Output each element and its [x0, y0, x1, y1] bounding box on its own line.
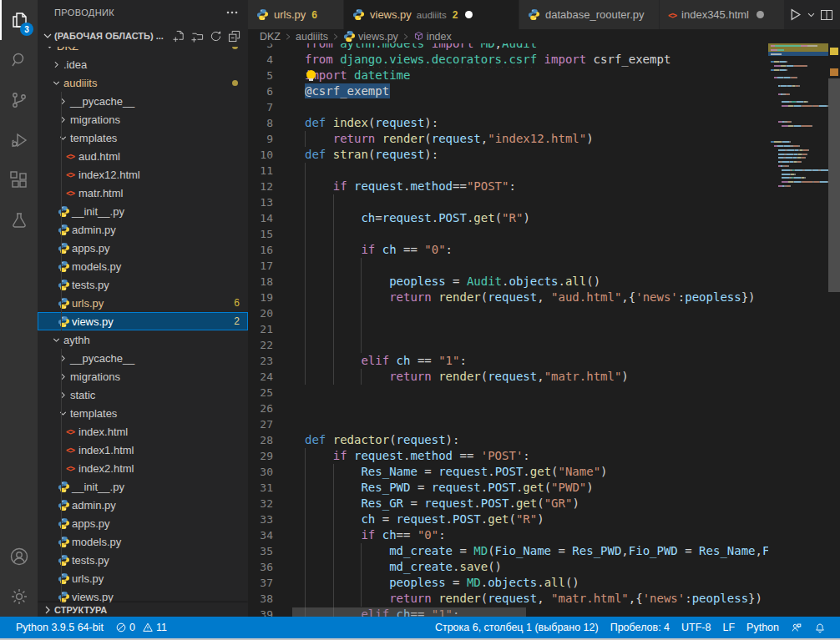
code-line-text: def index(request):	[305, 115, 768, 131]
new-file-icon[interactable]	[170, 27, 188, 45]
tree-item-models.py[interactable]: models.py	[38, 532, 248, 551]
bell-icon[interactable]	[808, 617, 832, 638]
tree-item-matr.html[interactable]: <>matr.html	[38, 184, 248, 202]
tab-description: audiiits	[417, 10, 447, 20]
scrollbar-thumb[interactable]	[828, 78, 840, 292]
tree-item-urls.py[interactable]: urls.py6	[38, 294, 248, 312]
tree-item-audiiits[interactable]: audiiits	[38, 73, 248, 92]
python-interpreter[interactable]: Python 3.9.5 64-bit	[10, 617, 109, 638]
tree-item-__init__.py[interactable]: __init__.py	[38, 202, 248, 220]
tree-item-migrations[interactable]: migrations	[38, 110, 248, 129]
python-file-icon	[56, 480, 71, 493]
tree-item-index1.html[interactable]: <>index1.html	[38, 441, 248, 459]
dirty-indicator-icon[interactable]	[465, 11, 473, 18]
tree-item-migrations[interactable]: migrations	[38, 367, 248, 386]
minimap[interactable]	[768, 43, 828, 617]
tree-item-label: DKZ	[57, 47, 78, 53]
problems-status[interactable]: 011	[109, 617, 173, 638]
run-python-file-icon[interactable]	[785, 5, 805, 25]
tree-item-__pycache__[interactable]: __pycache__	[38, 92, 248, 110]
indent-guide	[305, 131, 306, 147]
outline-section-header[interactable]: СТРУКТУРА	[38, 602, 248, 617]
settings-button[interactable]	[0, 577, 38, 617]
tree-item-label: tests.py	[72, 279, 109, 291]
tree-item-admin.py[interactable]: admin.py	[38, 220, 248, 239]
run-dropdown-chevron-icon[interactable]	[805, 5, 817, 25]
html-icon-glyph: <>	[66, 170, 74, 179]
code-editor[interactable]: 3from aythh.models import MD,Audit4from …	[248, 43, 840, 617]
horizontal-scrollbar[interactable]	[292, 607, 526, 617]
eol[interactable]: LF	[716, 617, 741, 638]
breadcrumb-item-audiiits[interactable]: audiiits	[296, 31, 328, 43]
cursor-position[interactable]: Строка 6, столбец 1 (выбрано 12)	[429, 617, 605, 638]
tree-item-apps.py[interactable]: apps.py	[38, 239, 248, 257]
lightbulb-icon[interactable]	[306, 70, 316, 81]
tree-item-index2.html[interactable]: <>index2.html	[38, 459, 248, 477]
tree-item-index12.html[interactable]: <>index12.html	[38, 165, 248, 184]
tab-views.py[interactable]: views.pyaudiiits2	[344, 0, 519, 29]
tree-item-tests.py[interactable]: tests.py	[38, 275, 248, 294]
tree-item-apps.py[interactable]: apps.py	[38, 514, 248, 532]
activity-run-debug-button[interactable]	[0, 120, 38, 160]
minimap-line	[771, 161, 802, 164]
language-mode[interactable]: Python	[741, 617, 785, 638]
tree-item-.idea[interactable]: .idea	[38, 55, 248, 73]
warning-icon	[142, 622, 156, 633]
activity-source-control-button[interactable]	[0, 80, 38, 120]
tree-item-views.py[interactable]: views.py2	[38, 312, 248, 330]
activity-extensions-button[interactable]	[0, 160, 38, 200]
minimap-line	[771, 181, 829, 184]
activity-search-button[interactable]	[0, 40, 38, 80]
refresh-icon[interactable]	[206, 27, 225, 45]
tree-item-views.py[interactable]: views.py	[38, 587, 248, 602]
code-line-text: from django.views.decorators.csrf import…	[305, 52, 768, 68]
tree-item-tests.py[interactable]: tests.py	[38, 551, 248, 569]
indentation[interactable]: Пробелов: 4	[605, 617, 676, 638]
editor-more-actions-icon[interactable]	[837, 5, 840, 25]
code-line-text: peopless = MD.objects.all()	[305, 575, 768, 591]
tree-item-templates[interactable]: templates	[38, 404, 248, 422]
breadcrumb-item-views.py[interactable]: views.py	[343, 30, 398, 43]
feedback-icon[interactable]	[785, 617, 808, 638]
tree-indent-guide	[61, 165, 62, 184]
explorer-more-actions-icon[interactable]	[223, 3, 241, 22]
tree-item-label: index1.html	[78, 444, 134, 456]
activity-explorer-button[interactable]: 3	[0, 0, 38, 40]
workspace-section-header[interactable]: (РАБОЧАЯ ОБЛАСТЬ) ...	[38, 25, 248, 47]
tree-item-index.html[interactable]: <>index.html	[38, 422, 248, 441]
tree-item-__pycache__[interactable]: __pycache__	[38, 349, 248, 367]
code-line-text: if ch == "0":	[305, 242, 768, 258]
tree-item-label: templates	[70, 132, 117, 144]
tree-item-aud.html[interactable]: <>aud.html	[38, 147, 248, 165]
collapse-all-icon[interactable]	[225, 27, 243, 45]
breadcrumb-item-DKZ[interactable]: DKZ	[260, 31, 281, 43]
tab-urls.py[interactable]: urls.py6	[248, 0, 344, 29]
tree-item-static[interactable]: static	[38, 386, 248, 404]
dirty-indicator-icon[interactable]	[757, 11, 764, 18]
encoding[interactable]: UTF-8	[676, 617, 716, 638]
tree-item-__init__.py[interactable]: __init__.py	[38, 477, 248, 496]
tree-item-label: __init__.py	[72, 205, 124, 218]
tab-database_roouter.py[interactable]: database_roouter.py	[519, 0, 660, 29]
tree-item-DKZ[interactable]: DKZ	[38, 47, 248, 55]
tab-index345.html[interactable]: <>index345.html	[660, 0, 785, 29]
breadcrumb-item-index[interactable]: index	[413, 31, 452, 43]
minimap-line	[771, 121, 792, 123]
account-button[interactable]	[0, 537, 38, 577]
code-line-text: Res_GR = request.POST.get("GR")	[305, 496, 768, 511]
tree-indent-guide	[61, 92, 62, 110]
new-folder-icon[interactable]	[188, 27, 206, 45]
line-number: 18	[248, 274, 273, 290]
tree-item-templates[interactable]: templates	[38, 129, 248, 147]
tree-item-aythh[interactable]: aythh	[38, 330, 248, 349]
tree-indent-guide	[61, 459, 62, 477]
tree-item-admin.py[interactable]: admin.py	[38, 496, 248, 514]
split-editor-icon[interactable]	[817, 5, 837, 25]
activity-testing-button[interactable]	[0, 200, 38, 240]
line-number: 37	[248, 575, 273, 591]
tree-item-models.py[interactable]: models.py	[38, 257, 248, 275]
code-line-12: 12 if request.method=="POST":	[248, 179, 768, 194]
tree-item-urls.py[interactable]: urls.py	[38, 569, 248, 587]
html-file-icon: <>	[63, 443, 78, 456]
indent-guide	[361, 290, 362, 305]
